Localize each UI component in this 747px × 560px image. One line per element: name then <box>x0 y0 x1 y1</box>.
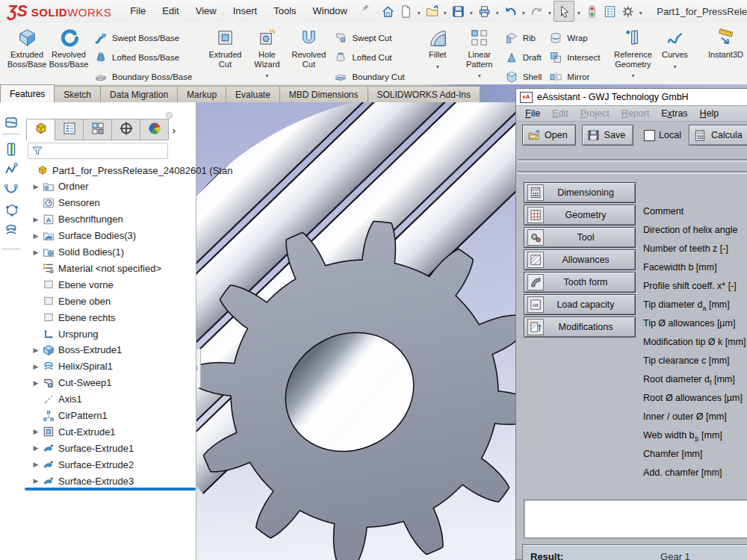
dropdown-arrow-icon[interactable] <box>436 62 439 69</box>
ribbon-intersect-button[interactable]: Intersect <box>549 48 600 67</box>
dropdown-arrow-icon[interactable] <box>493 4 501 18</box>
menu-window[interactable]: Window <box>305 0 356 22</box>
ea-nav-tool-button[interactable]: Tool <box>524 227 636 248</box>
ea-nav-load-capacity-button[interactable]: σxLoad capacity <box>524 294 636 315</box>
tree-item-axis1[interactable]: Axis1 <box>31 391 82 408</box>
ea-nav-tooth-form-button[interactable]: Tooth form <box>524 272 636 293</box>
dropdown-arrow-icon[interactable] <box>636 4 645 18</box>
tree-item-sensoren[interactable]: Sensoren <box>31 195 100 211</box>
tree-item-boss-extrude1[interactable]: Boss-Extrude1 <box>31 342 122 358</box>
expand-arrow-icon[interactable] <box>31 232 41 240</box>
tab-solidworks-add-ins[interactable]: SOLIDWORKS Add-Ins <box>368 86 480 102</box>
expand-arrow-icon[interactable] <box>31 346 41 354</box>
dropdown-arrow-icon[interactable] <box>673 62 676 69</box>
save-icon[interactable] <box>449 2 467 20</box>
ribbon-reference-geometry-button[interactable]: Reference Geometry <box>612 25 654 78</box>
tree-item-ebene-vorne[interactable]: Ebene vorne <box>31 276 114 293</box>
select-tool-button[interactable] <box>554 1 574 22</box>
featuremanager-tab[interactable] <box>26 119 55 140</box>
ribbon-wrap-button[interactable]: Wrap <box>549 28 600 48</box>
ea-save-button[interactable]: Save <box>582 125 634 146</box>
ea-calculate-button[interactable]: Calcula <box>689 125 747 146</box>
expand-tabs-chevron[interactable] <box>168 120 180 140</box>
tab-features[interactable]: Features <box>0 84 55 102</box>
ribbon-fillet-button[interactable]: Fillet <box>417 25 459 69</box>
ea-open-button[interactable]: Open <box>522 125 576 146</box>
ribbon-extruded-cut-button[interactable]: Extruded Cut <box>204 25 246 69</box>
sketch-tool-icon[interactable] <box>3 161 19 178</box>
expand-arrow-icon[interactable] <box>31 379 41 387</box>
surface-tool-icon[interactable] <box>3 114 19 131</box>
eassistant-titlebar[interactable]: eA eAssistant - GWJ Technology GmbH <box>516 89 747 106</box>
tree-item-surface-extrude2[interactable]: Surface-Extrude2 <box>31 456 134 473</box>
display-properties-icon[interactable] <box>601 2 619 20</box>
expand-arrow-icon[interactable] <box>31 477 41 485</box>
ea-message-box[interactable] <box>524 500 747 538</box>
ribbon-swept-boss-button[interactable]: Swept Boss/Base <box>94 28 192 48</box>
ea-nav-modifications-button[interactable]: Modifications <box>524 317 636 337</box>
dropdown-arrow-icon[interactable] <box>631 71 634 78</box>
tree-item-material-not-specified-[interactable]: Material <not specified> <box>31 260 161 276</box>
dropdown-arrow-icon[interactable] <box>478 71 481 78</box>
ribbon-revolved-cut-button[interactable]: Revolved Cut <box>288 25 329 69</box>
tree-item-beschriftungen[interactable]: ABeschriftungen <box>31 211 123 228</box>
tree-filter[interactable] <box>28 143 168 159</box>
tree-item-surface-extrude3[interactable]: Surface-Extrude3 <box>31 473 134 489</box>
tree-item-cut-sweep1[interactable]: Cut-Sweep1 <box>31 375 112 391</box>
pin-icon[interactable] <box>360 3 371 19</box>
expand-arrow-icon[interactable] <box>31 363 41 370</box>
tree-item-surface-bodies-3-[interactable]: Surface Bodies(3) <box>31 228 136 244</box>
ribbon-hole-wizard-button[interactable]: Hole Wizard <box>246 25 288 78</box>
ea-menu-help[interactable]: Help <box>694 108 725 119</box>
home-icon[interactable] <box>379 2 397 20</box>
expand-arrow-icon[interactable] <box>31 428 41 435</box>
tree-item-helix-spiral1[interactable]: Helix/Spiral1 <box>31 358 113 375</box>
ribbon-lofted-boss-button[interactable]: Lofted Boss/Base <box>94 48 192 67</box>
ribbon-linear-pattern-button[interactable]: Linear Pattern <box>459 25 500 78</box>
menu-edit[interactable]: Edit <box>154 0 187 22</box>
new-document-icon[interactable] <box>397 2 415 20</box>
ea-menu-extras[interactable]: Extras <box>655 108 693 119</box>
expand-arrow-icon[interactable] <box>31 461 41 468</box>
tree-root-item[interactable]: Part1_for_PressRelease_24082601 (Stan <box>25 162 232 178</box>
redo-icon[interactable] <box>527 2 545 20</box>
tree-item-ebene-rechts[interactable]: Ebene rechts <box>31 309 116 326</box>
dropdown-arrow-icon[interactable] <box>574 4 583 18</box>
menu-view[interactable]: View <box>187 0 225 22</box>
tree-item-cut-extrude1[interactable]: Cut-Extrude1 <box>31 423 116 440</box>
ribbon-lofted-cut-button[interactable]: Lofted Cut <box>334 48 404 67</box>
dropdown-arrow-icon[interactable] <box>441 4 449 18</box>
menu-insert[interactable]: Insert <box>225 0 266 22</box>
expand-arrow-icon[interactable] <box>31 444 41 452</box>
ea-menu-file[interactable]: File <box>519 108 546 119</box>
dropdown-arrow-icon[interactable] <box>467 4 475 18</box>
ea-local-checkbox[interactable]: Local <box>644 130 681 141</box>
solid-bodies-tool-icon[interactable] <box>3 141 19 158</box>
ea-nav-allowances-button[interactable]: Allowances <box>524 249 636 270</box>
expand-arrow-icon[interactable] <box>31 216 41 223</box>
splitter-handle[interactable] <box>166 112 173 119</box>
menu-file[interactable]: File <box>122 0 154 22</box>
ribbon-curves-button[interactable]: Curves <box>654 25 695 69</box>
menu-tools[interactable]: Tools <box>265 0 304 22</box>
configurationmanager-tab[interactable] <box>83 119 112 140</box>
propertymanager-tab[interactable] <box>55 119 84 140</box>
ribbon-rib-button[interactable]: Rib <box>505 28 542 48</box>
ribbon-swept-cut-button[interactable]: Swept Cut <box>334 28 404 48</box>
spline-tool-icon[interactable] <box>3 181 19 198</box>
tree-item-ebene-oben[interactable]: Ebene oben <box>31 293 111 309</box>
dropdown-arrow-icon[interactable] <box>265 71 268 78</box>
open-icon[interactable] <box>423 2 441 20</box>
print-icon[interactable] <box>475 2 493 20</box>
tree-item-cirpattern1[interactable]: CirPattern1 <box>31 408 108 424</box>
options-gear-icon[interactable] <box>619 2 636 20</box>
dropdown-arrow-icon[interactable] <box>545 4 554 18</box>
dimxpertmanager-tab[interactable] <box>111 119 140 140</box>
tab-data-migration[interactable]: Data Migration <box>100 86 178 102</box>
expand-arrow-icon[interactable] <box>31 249 41 256</box>
rebuild-traffic-light-icon[interactable] <box>583 2 601 20</box>
ribbon-instant3d-button[interactable]: Instant3D <box>704 25 746 60</box>
ribbon-revolved-boss-button[interactable]: Revolved Boss/Base <box>48 25 90 69</box>
dropdown-arrow-icon[interactable] <box>519 4 527 18</box>
undo-icon[interactable] <box>501 2 519 20</box>
